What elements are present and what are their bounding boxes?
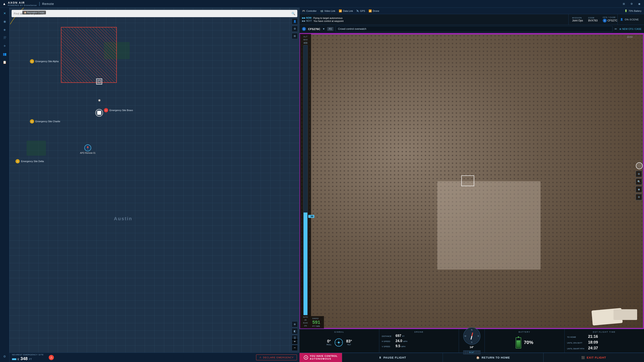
drone-marker[interactable]: ✚ <box>95 109 103 117</box>
next-text: You have control at waypoint <box>314 20 322 22</box>
emergency-site-alpha[interactable]: ⚠ Emergency Site Alpha <box>30 59 58 63</box>
status-video: 📹 Video Link <box>320 9 322 12</box>
no-fly-zone <box>61 27 117 83</box>
emergency-site-charlie[interactable]: ⚠ Emergency Site Charlie <box>30 119 60 123</box>
apd-icon: 📍 <box>84 145 91 151</box>
map-area: 🔍 🏠 Recreation Center ⚠ Emergency Site A… <box>10 8 300 181</box>
map-icon-grid[interactable]: ⊞ <box>292 33 298 39</box>
now-next-bar: ▶▶ NOW: Flying to target autonomous ▶▶ N… <box>300 14 322 25</box>
apd-remote-marker[interactable]: 📍 APD Remote 01 <box>80 145 96 154</box>
map-search-bar[interactable]: 🔍 <box>12 10 297 17</box>
map-icon-settings[interactable]: ⚙ <box>292 26 298 32</box>
sidebar-item-home[interactable]: ✕ <box>1 10 8 17</box>
next-badge: ▶▶ NEXT: <box>302 20 312 22</box>
video-icon: 📹 <box>320 9 322 12</box>
powered-by: POWERED BY DroneSense <box>8 4 37 6</box>
sidebar-item-map[interactable]: ◉ <box>1 18 8 25</box>
search-input[interactable] <box>14 12 290 15</box>
status-bar: 🎮 Controller 📹 Video Link 📶 Data Link 🛰 … <box>300 8 322 14</box>
alt-bar: 150 <box>303 45 308 181</box>
left-sidebar: ✕ ◉ ◈ ⛈ ✈ 👥 📋 ⚙ <box>0 8 10 181</box>
sidebar-item-report[interactable]: 📋 <box>1 59 8 66</box>
app-name: AXON AIR <box>8 1 37 4</box>
logo-area: ▲ AXON AIR POWERED BY DroneSense <box>2 1 37 6</box>
search-icon: 🔍 <box>292 12 295 15</box>
emergency-icon-bravo: ⚠ <box>104 108 108 112</box>
sidebar-item-people[interactable]: 👥 <box>1 51 8 57</box>
sidebar-item-drone[interactable]: ✈ <box>1 42 8 49</box>
now-badge: ▶▶ NOW: <box>302 17 312 19</box>
emergency-icon-alpha: ⚠ <box>30 59 34 63</box>
location-label: 🏠 Recreation Center <box>22 11 46 14</box>
cfs-number-badge: 1 <box>302 27 306 31</box>
drone-inner: ✚ <box>97 111 101 115</box>
right-panel: 🎮 Controller 📹 Video Link 📶 Data Link 🛰 … <box>300 8 322 181</box>
sidebar-item-layers[interactable]: ◈ <box>1 26 8 33</box>
emergency-icon-delta: ⚠ <box>16 159 20 163</box>
cfs-id: CFS276C <box>308 27 320 31</box>
emergency-site-bravo[interactable]: ⚠ Emergency Site Bravo <box>104 108 133 112</box>
status-controller: 🎮 Controller <box>302 9 317 12</box>
drone-feed: ALT MAX 400 150 AUTO 20 BLDG 1% GNSS 591… <box>300 33 322 181</box>
now-text: Flying to target autonomous <box>313 17 322 19</box>
top-bar: ▲ AXON AIR POWERED BY DroneSense | Remot… <box>0 0 322 8</box>
park-margaret <box>26 141 46 156</box>
waypoint-marker[interactable] <box>96 78 102 84</box>
controller-icon: 🎮 <box>302 9 305 12</box>
emergency-icon-charlie: ⚠ <box>30 119 34 123</box>
alt-max-val: 400 <box>304 42 308 44</box>
remote-label: Remote <box>42 2 54 5</box>
waypoint-dot <box>98 99 101 102</box>
now-section: ▶▶ NOW: Flying to target autonomous ▶▶ N… <box>302 14 322 25</box>
cfs-bar: 1 CFS276C ▼ P2 ✏ ⊕ NEW CFS / CASE <box>300 25 322 33</box>
logo-separator: | <box>39 1 40 6</box>
emergency-site-delta[interactable]: ⚠ Emergency Site Delta <box>16 159 44 163</box>
map-right-icons: 👤 ⚙ ⊞ <box>292 18 298 39</box>
alt-panel: ALT MAX 400 150 AUTO 20 BLDG 1% <box>300 34 311 181</box>
waypoint-icon <box>98 80 100 83</box>
map-icon-person[interactable]: 👤 <box>292 18 298 24</box>
sidebar-item-storm[interactable]: ⛈ <box>1 34 8 41</box>
street-grid <box>10 8 300 181</box>
